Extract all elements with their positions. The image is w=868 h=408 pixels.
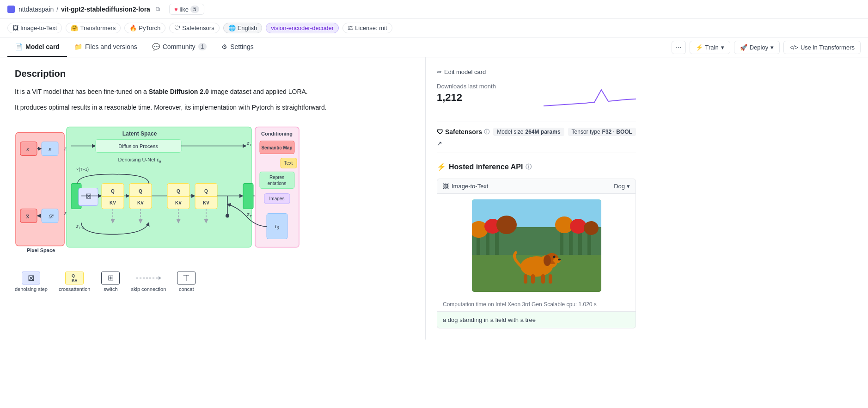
svg-text:Pixel Space: Pixel Space (27, 247, 55, 253)
inference-header: 🖼 Image-to-Text Dog ▾ (437, 179, 636, 194)
legend-crossattention: QKV crossattention (59, 272, 90, 292)
description-title: Description (15, 68, 410, 79)
tag-vision-encoder-decoder[interactable]: vision-encoder-decoder (266, 23, 339, 33)
inference-select-dropdown[interactable]: Dog ▾ (614, 183, 630, 190)
svg-text:x: x (26, 145, 30, 152)
edit-model-card-link[interactable]: ✏ Edit model card (437, 68, 636, 75)
tags-row: 🖼 Image-to-Text 🤗 Transformers 🔥 PyTorch… (0, 19, 868, 37)
image-icon: 🖼 (12, 25, 18, 31)
top-header: nttdataspain / vit-gpt2-stablediffusion2… (0, 0, 868, 19)
svg-text:KV: KV (137, 200, 144, 205)
svg-point-94 (553, 256, 555, 258)
tag-image-to-text[interactable]: 🖼 Image-to-Text (7, 23, 62, 33)
inference-section: ⚡ Hosted inference API ⓘ 🖼 Image-to-Text… (437, 162, 636, 328)
output-box: a dog standing in a field with a tree (437, 312, 636, 328)
image-preview-box (437, 194, 636, 297)
svg-point-91 (544, 255, 551, 266)
tag-safetensors[interactable]: 🛡 Safetensors (169, 23, 219, 33)
safetensors-row: 🛡 Safetensors ⓘ Model size 264M params T… (437, 122, 636, 153)
settings-icon: ⚙ (221, 43, 227, 50)
svg-rect-98 (549, 274, 552, 284)
tab-community[interactable]: 💬 Community 1 (145, 37, 214, 57)
svg-point-87 (584, 221, 599, 235)
content-left: Description It is a ViT model that has b… (0, 57, 425, 340)
svg-text:entations: entations (268, 180, 287, 185)
heart-icon: ♥ (174, 6, 178, 13)
like-count: 5 (190, 6, 199, 13)
downloads-count: 1,212 (437, 92, 496, 104)
tab-settings[interactable]: ⚙ Settings (214, 37, 261, 57)
svg-point-92 (553, 258, 561, 263)
repo-path: nttdataspain / vit-gpt2-stablediffusion2… (18, 6, 150, 13)
tensor-type-tag: Tensor type F32 · BOOL (568, 128, 636, 136)
svg-text:Text: Text (284, 160, 293, 165)
concat-icon: ⊤ (177, 272, 196, 284)
svg-point-93 (558, 259, 561, 260)
legend-skip-connection: skip connection (131, 272, 166, 292)
inference-title: ⚡ Hosted inference API ⓘ (437, 162, 636, 171)
tab-files-versions[interactable]: 📁 Files and versions (67, 37, 145, 57)
svg-point-54 (226, 214, 229, 217)
svg-text:x̃: x̃ (26, 212, 30, 219)
svg-text:KV: KV (110, 200, 116, 205)
license-icon: ⚖ (348, 25, 353, 31)
safetensors-external-link[interactable]: ↗ (437, 140, 442, 147)
tab-model-card[interactable]: 📄 Model card (7, 37, 67, 57)
crossattention-icon: QKV (65, 272, 84, 284)
transformers-icon: 🤗 (71, 25, 78, 31)
legend-row: ⊠ denoising step QKV crossattention ⊞ sw… (15, 272, 410, 292)
code-icon: </> (789, 44, 798, 51)
like-button[interactable]: ♥ like 5 (169, 4, 204, 15)
svg-rect-97 (541, 274, 545, 284)
deploy-button[interactable]: 🚀 Deploy ▾ (734, 41, 780, 54)
downloads-label: Downloads last month (437, 83, 496, 90)
svg-text:Latent Space: Latent Space (122, 130, 157, 136)
svg-text:Diffusion Process: Diffusion Process (118, 143, 158, 148)
svg-rect-95 (524, 274, 527, 284)
content-right: ✏ Edit model card Downloads last month 1… (425, 57, 647, 340)
org-name[interactable]: nttdataspain (18, 6, 54, 13)
main-layout: Description It is a ViT model that has b… (0, 57, 868, 340)
repo-name[interactable]: vit-gpt2-stablediffusion2-lora (61, 6, 150, 13)
inference-info-icon[interactable]: ⓘ (526, 163, 532, 171)
svg-text:Q: Q (177, 188, 180, 193)
svg-text:Q: Q (111, 188, 115, 193)
svg-text:Semantic Map: Semantic Map (261, 145, 292, 150)
deploy-icon: 🚀 (740, 44, 747, 51)
path-separator: / (56, 6, 58, 13)
tag-pytorch[interactable]: 🔥 PyTorch (124, 23, 165, 33)
tag-license[interactable]: ⚖ License: mit (342, 23, 392, 33)
svg-rect-96 (531, 274, 535, 284)
compute-time: Computation time on Intel Xeon 3rd Gen S… (437, 297, 636, 312)
switch-icon: ⊞ (101, 272, 120, 284)
denoising-icon: ⊠ (22, 272, 40, 284)
deploy-chevron-icon: ▾ (770, 44, 774, 51)
globe-icon: 🌐 (228, 25, 236, 31)
community-badge: 1 (198, 43, 207, 50)
tag-english[interactable]: 🌐 English (223, 23, 263, 33)
community-icon: 💬 (152, 43, 160, 50)
safetensors-info-icon[interactable]: ⓘ (484, 128, 489, 136)
svg-text:ε: ε (49, 145, 51, 152)
architecture-diagram-container: Pixel Space x ε z x̃ (15, 122, 410, 292)
safetensors-brand-icon: 🛡 (437, 128, 443, 136)
output-text: a dog standing in a field with a tree (443, 316, 536, 323)
legend-denoising-step: ⊠ denoising step (15, 272, 48, 292)
select-chevron-icon: ▾ (627, 183, 630, 190)
copy-button[interactable]: ⧉ (154, 5, 162, 14)
svg-text:Q: Q (204, 188, 208, 193)
tag-transformers[interactable]: 🤗 Transformers (66, 23, 121, 33)
preview-image (472, 199, 601, 292)
svg-text:Images: Images (269, 196, 285, 201)
use-in-transformers-button[interactable]: </> Use in Transformers (783, 41, 861, 54)
image-to-text-icon: 🖼 (443, 183, 449, 190)
edit-icon: ✏ (437, 68, 442, 75)
train-button[interactable]: ⚡ Train ▾ (690, 41, 730, 54)
more-options-button[interactable]: ⋯ (672, 41, 686, 54)
svg-point-84 (496, 216, 517, 234)
downloads-section: Downloads last month 1,212 (437, 83, 636, 111)
like-label: like (180, 6, 189, 13)
lightning-icon: ⚡ (437, 162, 446, 171)
model-card-icon: 📄 (15, 43, 23, 50)
svg-text:×(T−1): ×(T−1) (76, 167, 89, 171)
